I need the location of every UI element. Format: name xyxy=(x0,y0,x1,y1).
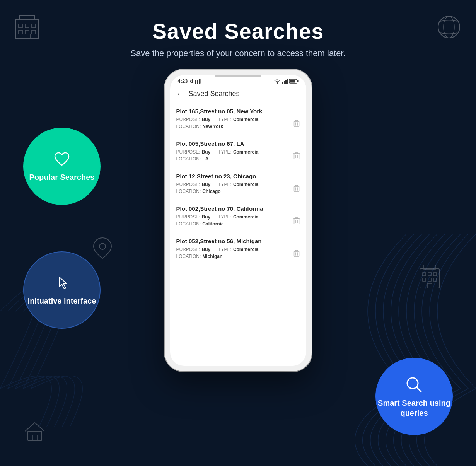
smart-search-circle[interactable]: Smart Search using queries xyxy=(375,358,453,435)
delete-button[interactable] xyxy=(293,152,300,162)
search-item-title: Plot 052,Street no 56, Michigan xyxy=(176,238,300,244)
status-time: 4:23 xyxy=(178,78,188,84)
status-right xyxy=(274,79,299,84)
svg-rect-37 xyxy=(290,80,295,82)
svg-rect-27 xyxy=(195,80,196,84)
svg-rect-23 xyxy=(28,431,42,440)
smart-search-label: Smart Search using queries xyxy=(375,398,453,418)
page-subtitle: Save the properties of your concern to a… xyxy=(0,48,476,58)
location-meta: LOCATION: Chicago xyxy=(176,189,300,194)
svg-rect-21 xyxy=(433,278,437,281)
svg-rect-34 xyxy=(287,79,288,84)
status-carrier: d xyxy=(190,78,193,84)
status-left: 4:23 d xyxy=(178,78,202,84)
popular-searches-label: Popular Searches xyxy=(29,172,95,182)
carrier-icon xyxy=(195,79,201,84)
wifi-icon xyxy=(274,79,281,84)
svg-rect-19 xyxy=(423,278,426,281)
svg-rect-18 xyxy=(433,273,437,276)
svg-rect-24 xyxy=(32,435,37,440)
page-title: Saved Searches xyxy=(0,19,476,44)
delete-button[interactable] xyxy=(293,249,300,259)
search-item[interactable]: Plot 165,Street no 05, New York PURPOSE:… xyxy=(170,102,306,135)
search-item[interactable]: Plot 002,Street no 70, California PURPOS… xyxy=(170,200,306,232)
svg-rect-31 xyxy=(282,82,283,84)
svg-rect-41 xyxy=(294,154,299,159)
search-item[interactable]: Plot 052,Street no 56, Michigan PURPOSE:… xyxy=(170,232,306,265)
type-meta: TYPE: Commercial xyxy=(218,182,259,187)
purpose-meta: PURPOSE: Buy xyxy=(176,117,211,122)
search-item-title: Plot 005,Street no 67, LA xyxy=(176,140,300,147)
search-item[interactable]: Plot 005,Street no 67, LA PURPOSE: Buy T… xyxy=(170,135,306,167)
page-header: Saved Searches Save the properties of yo… xyxy=(0,0,476,58)
intuitive-interface-circle[interactable]: Inituative interface xyxy=(23,251,101,329)
heart-icon xyxy=(53,150,71,169)
location-meta: LOCATION: LA xyxy=(176,156,300,162)
svg-rect-50 xyxy=(294,251,299,256)
app-screen-title: Saved Searches xyxy=(189,90,240,98)
search-item-meta: PURPOSE: Buy TYPE: Commercial xyxy=(176,149,300,155)
svg-rect-16 xyxy=(423,273,426,276)
phone-mockup: 4:23 d xyxy=(165,70,312,371)
svg-line-26 xyxy=(416,387,421,392)
popular-searches-circle[interactable]: Popular Searches xyxy=(23,128,101,205)
svg-rect-22 xyxy=(427,283,432,288)
search-item-meta: PURPOSE: Buy TYPE: Commercial xyxy=(176,214,300,220)
svg-rect-36 xyxy=(297,80,299,82)
app-nav-header: ← Saved Searches xyxy=(170,85,306,102)
deco-home-icon xyxy=(23,420,46,443)
purpose-meta: PURPOSE: Buy xyxy=(176,149,211,155)
delete-button[interactable] xyxy=(293,119,300,129)
delete-button[interactable] xyxy=(293,217,300,227)
search-item-meta: PURPOSE: Buy TYPE: Commercial xyxy=(176,182,300,187)
search-item[interactable]: Plot 12,Street no 23, Chicago PURPOSE: B… xyxy=(170,167,306,200)
svg-rect-47 xyxy=(294,219,299,224)
search-item-title: Plot 002,Street no 70, California xyxy=(176,205,300,212)
purpose-meta: PURPOSE: Buy xyxy=(176,214,211,220)
search-item-title: Plot 12,Street no 23, Chicago xyxy=(176,173,300,179)
svg-rect-44 xyxy=(294,186,299,191)
location-meta: LOCATION: Michigan xyxy=(176,254,300,259)
deco-location-icon xyxy=(93,236,112,259)
type-meta: TYPE: Commercial xyxy=(218,117,259,122)
intuitive-label: Inituative interface xyxy=(28,296,96,306)
svg-rect-20 xyxy=(428,278,431,281)
purpose-meta: PURPOSE: Buy xyxy=(176,247,211,252)
search-item-title: Plot 165,Street no 05, New York xyxy=(176,108,300,114)
type-meta: TYPE: Commercial xyxy=(218,247,259,252)
saved-searches-list: Plot 165,Street no 05, New York PURPOSE:… xyxy=(170,102,306,366)
phone-screen: 4:23 d xyxy=(170,75,306,366)
deco-building-mr-icon xyxy=(418,263,441,290)
svg-rect-32 xyxy=(284,81,285,84)
svg-rect-38 xyxy=(294,121,299,126)
svg-point-13 xyxy=(99,243,106,249)
pointer-icon xyxy=(53,274,71,293)
svg-rect-30 xyxy=(201,79,202,84)
back-button[interactable]: ← xyxy=(176,89,184,98)
search-item-meta: PURPOSE: Buy TYPE: Commercial xyxy=(176,117,300,122)
svg-rect-28 xyxy=(197,80,198,84)
purpose-meta: PURPOSE: Buy xyxy=(176,182,211,187)
search-item-meta: PURPOSE: Buy TYPE: Commercial xyxy=(176,247,300,252)
phone-frame: 4:23 d xyxy=(165,70,312,371)
svg-rect-29 xyxy=(199,79,200,84)
search-icon xyxy=(404,375,424,395)
phone-notch xyxy=(215,75,261,77)
location-meta: LOCATION: California xyxy=(176,221,300,227)
type-meta: TYPE: Commercial xyxy=(218,214,259,220)
location-meta: LOCATION: New York xyxy=(176,124,300,129)
svg-rect-17 xyxy=(428,273,431,276)
signal-icon xyxy=(282,79,288,84)
battery-icon xyxy=(289,79,299,84)
svg-rect-33 xyxy=(285,80,287,84)
type-meta: TYPE: Commercial xyxy=(218,149,259,155)
delete-button[interactable] xyxy=(293,184,300,194)
